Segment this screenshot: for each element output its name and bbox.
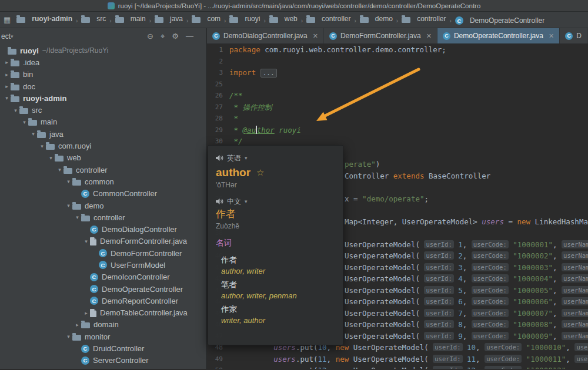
tree-item-common[interactable]: ▾common (0, 176, 206, 187)
chevron-down-icon[interactable]: ▾ (11, 33, 14, 39)
expand-arrow-icon[interactable]: ▾ (3, 95, 11, 101)
code-line[interactable]: 3import ... (207, 67, 588, 79)
tree-item-UserFormModel[interactable]: CUserFormModel (0, 259, 206, 271)
breadcrumb-item-java[interactable]: java (153, 15, 184, 23)
tree-item-.idea[interactable]: ▸.idea (0, 56, 206, 68)
tree-item-DruidController[interactable]: CDruidController (0, 342, 206, 354)
locate-icon[interactable]: ⌖ (161, 32, 165, 41)
expand-arrow-icon[interactable]: ▾ (82, 238, 90, 244)
source-language-row[interactable]: 英语 ▾ (216, 153, 335, 163)
expand-arrow-icon[interactable]: ▾ (65, 203, 72, 208)
breadcrumb-item-ruoyi-admin[interactable]: ruoyi-admin (15, 15, 74, 23)
code-line[interactable]: 25 (207, 79, 588, 90)
folder-icon (11, 60, 19, 66)
expand-arrow-icon[interactable]: ▾ (65, 334, 72, 339)
tree-item-DemoOperateController[interactable]: CDemoOperateController (0, 283, 206, 295)
breadcrumb-item-DemoOperateController[interactable]: CDemoOperateController (454, 16, 546, 25)
expand-arrow-icon[interactable]: ▾ (38, 143, 46, 149)
close-icon[interactable]: ✕ (426, 32, 432, 40)
breadcrumb-item-controller[interactable]: controller (400, 15, 447, 23)
line-number[interactable]: 49 (207, 354, 229, 365)
breadcrumb-item-com[interactable]: com (191, 15, 222, 23)
tree-item-domain[interactable]: ▸domain (0, 319, 206, 331)
expand-arrow-icon[interactable]: ▸ (3, 72, 11, 78)
editor-tab-DemoFormController.java[interactable]: CDemoFormController.java✕ (324, 28, 437, 43)
code-line[interactable]: 2 (207, 56, 588, 68)
editor-tab-D[interactable]: CD (560, 28, 587, 43)
expand-arrow-icon[interactable]: ▾ (47, 155, 55, 161)
code-line[interactable]: 29 * @author ruoyi (207, 125, 588, 136)
tree-item-DemoTableController.java[interactable]: ▸DemoTableController.java (0, 307, 206, 319)
line-number[interactable]: 1 (207, 44, 229, 56)
tree-item-DemoFormController[interactable]: CDemoFormController (0, 247, 206, 259)
expand-arrow-icon[interactable]: ▾ (29, 131, 37, 137)
expand-arrow-icon[interactable]: ▸ (3, 59, 11, 65)
code-line[interactable]: 49 users.put(11, new UserOperateModel( u… (207, 354, 588, 365)
breadcrumb-item-controller[interactable]: controller (305, 15, 352, 23)
tree-item-java[interactable]: ▾java (0, 128, 206, 140)
tree-item-monitor[interactable]: ▾monitor (0, 331, 206, 342)
target-language-row[interactable]: 中文 ▾ (216, 196, 335, 207)
line-number[interactable]: 25 (207, 79, 229, 90)
expand-arrow-icon[interactable]: ▸ (82, 310, 90, 316)
line-number[interactable]: 28 (207, 113, 229, 125)
line-number[interactable]: 29 (207, 125, 229, 136)
code-line[interactable]: 27 * 操作控制 (207, 102, 588, 113)
code-line[interactable]: 26/** (207, 90, 588, 102)
tree-item-bin[interactable]: ▸bin (0, 69, 206, 80)
code-line[interactable]: 28 * (207, 113, 588, 125)
tree-item-src[interactable]: ▾src (0, 104, 206, 116)
code-line[interactable]: 1package com.ruoyi.web.controller.demo.c… (207, 44, 588, 56)
expand-arrow-icon[interactable]: ▾ (56, 167, 64, 173)
expand-arrow-icon[interactable]: ▾ (74, 214, 81, 220)
tree-item-CommonController[interactable]: CCommonController (0, 188, 206, 200)
favorite-star-icon[interactable]: ☆ (256, 167, 264, 178)
collapse-all-icon[interactable]: ⊖ (147, 32, 153, 41)
line-number[interactable]: 2 (207, 56, 229, 68)
speaker-icon[interactable] (216, 154, 223, 162)
close-icon[interactable]: ✕ (549, 32, 554, 40)
line-number[interactable]: 50 (207, 365, 229, 369)
folder-icon (8, 49, 16, 55)
tree-item-web[interactable]: ▾web (0, 152, 206, 164)
expand-arrow-icon[interactable]: ▾ (12, 107, 19, 113)
expand-arrow-icon[interactable]: ▸ (3, 83, 11, 89)
speaker-icon[interactable] (216, 198, 223, 205)
breadcrumb-item-demo[interactable]: demo (359, 15, 394, 23)
editor-tab-DemoOperateController.java[interactable]: CDemoOperateController.java✕ (437, 28, 560, 43)
tree-item-com.ruoyi[interactable]: ▾com.ruoyi (0, 140, 206, 152)
tree-item-DemoDialogController[interactable]: CDemoDialogController (0, 223, 206, 235)
expand-arrow-icon[interactable]: ▾ (21, 119, 28, 125)
chevron-down-icon: ▾ (245, 199, 248, 204)
line-number[interactable]: 27 (207, 102, 229, 113)
tree-item-doc[interactable]: ▸doc (0, 80, 206, 92)
tree-item-label: controller (76, 166, 107, 174)
tree-item-demo[interactable]: ▾demo (0, 200, 206, 211)
class-icon: C (90, 226, 98, 234)
tree-item-controller[interactable]: ▾controller (0, 211, 206, 223)
tree-item-main[interactable]: ▾main (0, 116, 206, 128)
line-number[interactable]: 3 (207, 67, 229, 79)
tree-item-controller[interactable]: ▾controller (0, 164, 206, 176)
breadcrumb-item-web[interactable]: web (268, 15, 299, 23)
breadcrumb-item-src[interactable]: src (80, 15, 107, 23)
settings-icon[interactable]: ⚙ (172, 32, 179, 41)
class-icon: C (443, 32, 450, 40)
tree-item-ruoyi-admin[interactable]: ▾ruoyi-admin (0, 92, 206, 104)
line-number[interactable]: 26 (207, 90, 229, 102)
breadcrumb-item-main[interactable]: main (114, 15, 147, 23)
hide-icon[interactable]: — (186, 32, 193, 41)
tree-item-ruoyi[interactable]: ruoyi~/IdeaProjects/RuoYi (0, 45, 206, 56)
code-text: * @author ruoyi (229, 125, 588, 136)
code-line[interactable]: 50 users.put(12, new UserOperateModel( u… (207, 365, 588, 369)
breadcrumb-item-ruoyi[interactable]: ruoyi (228, 15, 261, 23)
tree-item-DemoReportController[interactable]: CDemoReportController (0, 295, 206, 307)
tree-item-ServerController[interactable]: CServerController (0, 355, 206, 366)
tree-item-DemoIconController[interactable]: CDemoIconController (0, 271, 206, 283)
editor-tab-DemoDialogController.java[interactable]: CDemoDialogController.java✕ (207, 28, 324, 43)
close-icon[interactable]: ✕ (313, 32, 318, 40)
tree-item-DemoFormController.java[interactable]: ▾DemoFormController.java (0, 236, 206, 247)
expand-arrow-icon[interactable]: ▾ (65, 179, 72, 184)
expand-arrow-icon[interactable]: ▸ (74, 322, 81, 328)
grid-icon[interactable]: ▦ (4, 15, 11, 24)
